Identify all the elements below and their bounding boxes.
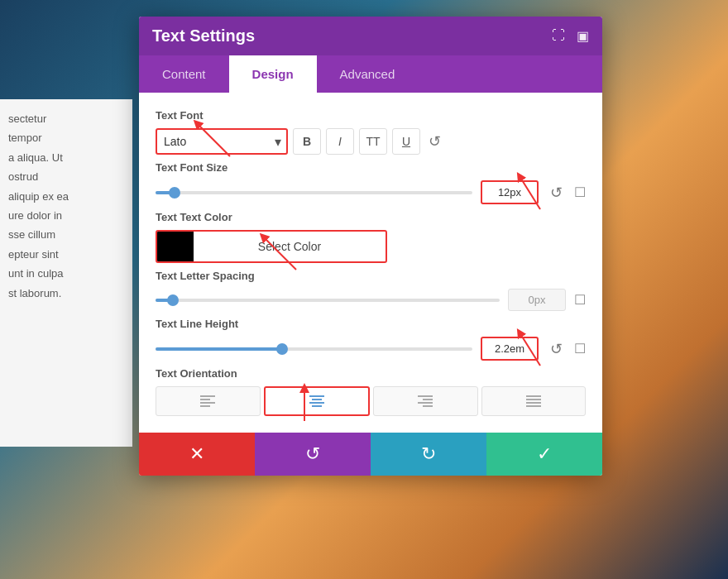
panels-icon[interactable]: ▣ — [577, 28, 589, 44]
line-height-track[interactable] — [156, 347, 472, 351]
letter-spacing-device-icon[interactable]: ☐ — [574, 292, 586, 308]
reset-button[interactable]: ↺ — [255, 433, 371, 476]
orient-left-button[interactable] — [156, 386, 261, 416]
tab-design[interactable]: Design — [229, 55, 317, 93]
left-text-line: sse cillum — [8, 225, 124, 244]
italic-button[interactable]: I — [326, 128, 354, 155]
letter-spacing-label: Text Letter Spacing — [156, 270, 586, 282]
text-font-label: Text Font — [156, 109, 586, 122]
svg-rect-13 — [526, 399, 541, 400]
line-height-label: Text Line Height — [156, 318, 586, 330]
line-height-reset-button[interactable]: ↺ — [547, 340, 566, 358]
font-select-wrapper: Lato — [156, 128, 288, 155]
font-size-input[interactable] — [481, 180, 539, 204]
select-color-label: Select Color — [194, 240, 386, 253]
font-reset-button[interactable]: ↺ — [425, 132, 444, 151]
tt-button[interactable]: TT — [359, 128, 387, 155]
tab-advanced[interactable]: Advanced — [317, 55, 419, 93]
left-text-line: sectetur — [8, 109, 124, 128]
font-size-row: ↺ ☐ — [156, 180, 586, 204]
svg-rect-5 — [312, 399, 322, 400]
font-row: Lato B I TT U ↺ — [156, 128, 586, 155]
align-left-icon — [200, 395, 215, 407]
dialog-header: Text Settings ⛶ ▣ — [139, 17, 602, 55]
svg-rect-14 — [526, 402, 541, 404]
left-text-line: ostrud — [8, 167, 124, 186]
dialog-title: Text Settings — [152, 26, 255, 45]
svg-rect-12 — [526, 395, 541, 397]
svg-rect-11 — [423, 405, 433, 407]
tab-content[interactable]: Content — [139, 55, 229, 93]
letter-spacing-row: ☐ — [156, 289, 586, 311]
letter-spacing-track[interactable] — [156, 299, 500, 302]
dialog-content: Text Font Lato B I TT U ↺ Text Font Size — [139, 93, 602, 433]
svg-rect-0 — [200, 395, 215, 397]
text-orientation-label: Text Orientation — [156, 367, 586, 380]
font-select[interactable]: Lato — [156, 128, 288, 155]
underline-button[interactable]: U — [392, 128, 420, 155]
svg-rect-9 — [423, 399, 433, 400]
redo-button[interactable]: ↻ — [371, 433, 486, 476]
align-right-icon — [418, 395, 433, 407]
left-text-line: st laborum. — [8, 284, 124, 303]
orient-center-button[interactable] — [264, 386, 371, 416]
left-text-line: ure dolor in — [8, 206, 124, 225]
svg-rect-7 — [312, 405, 322, 407]
save-button[interactable]: ✓ — [486, 433, 602, 476]
svg-rect-3 — [200, 405, 210, 407]
orient-right-button[interactable] — [373, 386, 478, 416]
left-text-line: epteur sint — [8, 245, 124, 264]
font-size-reset-button[interactable]: ↺ — [547, 184, 566, 202]
header-icons: ⛶ ▣ — [552, 28, 589, 44]
color-swatch — [157, 232, 194, 261]
svg-rect-8 — [418, 395, 433, 397]
line-height-input[interactable] — [481, 337, 539, 361]
bold-button[interactable]: B — [293, 128, 321, 155]
align-justify-icon — [526, 395, 541, 407]
svg-rect-4 — [309, 395, 324, 397]
svg-rect-6 — [309, 402, 324, 404]
svg-rect-2 — [200, 402, 215, 404]
left-text-line: unt in culpa — [8, 264, 124, 283]
text-color-label: Text Text Color — [156, 211, 586, 223]
left-text-line: tempor — [8, 128, 124, 147]
fullscreen-icon[interactable]: ⛶ — [552, 28, 565, 44]
left-text-panel: sectetur tempor a aliqua. Ut ostrud aliq… — [0, 99, 132, 447]
font-size-track[interactable] — [156, 191, 472, 194]
line-height-row: ↺ ☐ — [156, 337, 586, 361]
cancel-button[interactable]: ✕ — [139, 433, 255, 476]
letter-spacing-input[interactable] — [508, 289, 566, 311]
font-size-device-icon[interactable]: ☐ — [574, 184, 586, 200]
svg-rect-10 — [418, 402, 433, 404]
text-settings-dialog: Text Settings ⛶ ▣ Content Design Advance… — [139, 17, 602, 476]
tabs: Content Design Advanced — [139, 55, 602, 93]
svg-rect-1 — [200, 399, 210, 400]
align-center-icon — [309, 395, 324, 407]
svg-rect-15 — [526, 405, 541, 407]
action-bar: ✕ ↺ ↻ ✓ — [139, 433, 602, 476]
line-height-device-icon[interactable]: ☐ — [574, 341, 586, 356]
left-text-line: a aliqua. Ut — [8, 148, 124, 167]
color-picker-row[interactable]: Select Color — [156, 230, 387, 263]
text-font-size-label: Text Font Size — [156, 161, 586, 174]
left-text-line: aliquip ex ea — [8, 187, 124, 206]
orientation-row — [156, 386, 586, 416]
orient-justify-button[interactable] — [481, 386, 587, 416]
